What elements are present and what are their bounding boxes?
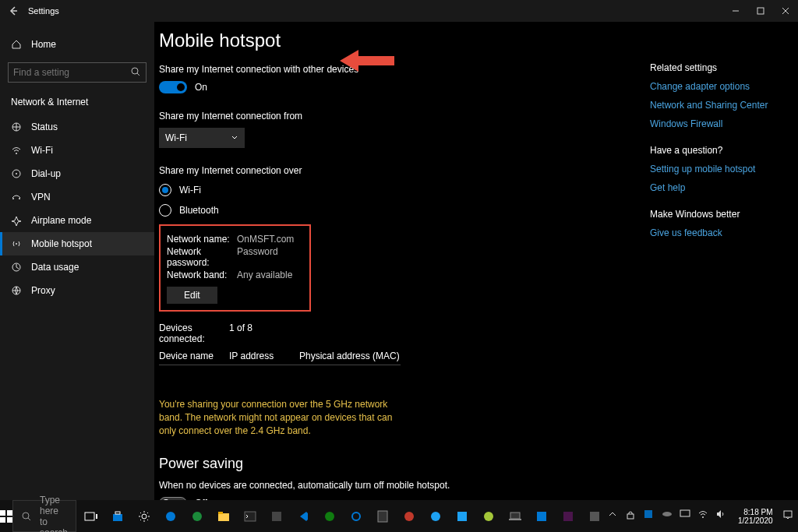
link-setup[interactable]: Setting up mobile hotspot [650,164,775,174]
terminal-icon[interactable] [237,500,263,532]
tray-keyboard-icon[interactable] [680,509,693,523]
sidebar-item-label: Mobile hotspot [31,238,92,249]
slack-icon[interactable] [555,500,581,532]
twitter-icon[interactable] [422,500,449,532]
sidebar-item-dialup[interactable]: Dial-up [0,162,154,185]
vscode-icon[interactable] [290,500,316,532]
notification-icon[interactable] [782,509,796,523]
link-adapter[interactable]: Change adapter options [650,81,775,92]
tray-wifi-icon[interactable] [697,509,711,523]
svg-rect-36 [509,519,521,520]
taskbar-clock[interactable]: 8:18 PM 1/21/2020 [733,508,778,525]
edge-icon[interactable] [157,500,184,532]
search-input-wrap[interactable] [8,62,147,83]
hotspot-icon [11,238,22,249]
net-name-val: OnMSFT.com [237,234,294,245]
taskbar-search[interactable]: Type here to search [12,500,76,532]
svg-point-23 [192,512,202,521]
tweetdeck-icon[interactable] [449,500,475,532]
svg-rect-38 [563,512,573,521]
devices-val: 1 of 8 [229,322,252,344]
maximize-button[interactable] [748,0,773,22]
devices-table-header: Device name IP address Physical address … [159,347,401,365]
sidebar-home[interactable]: Home [0,33,154,56]
net-pass-val: Password [237,246,278,268]
svg-rect-15 [7,517,12,523]
svg-point-34 [484,512,493,521]
svg-rect-45 [784,511,792,517]
svg-point-1 [132,68,138,74]
start-button[interactable] [0,500,12,532]
sidebar-item-proxy[interactable]: Proxy [0,279,154,302]
svg-rect-0 [757,8,764,14]
xbox-icon[interactable] [316,500,343,532]
window-title: Settings [28,6,59,16]
svg-point-7 [19,198,20,199]
power-sub: When no devices are connected, automatic… [159,480,580,491]
from-dropdown[interactable]: Wi-Fi [159,128,245,148]
net-band-val: Any available [237,270,292,280]
settings-icon[interactable] [131,500,157,532]
search-icon [21,511,32,522]
sidebar-item-label: Wi-Fi [31,145,53,156]
radio-icon [159,204,171,217]
svg-point-5 [16,173,17,174]
svg-point-31 [404,512,414,521]
dialup-icon [11,168,22,179]
taskview-icon[interactable] [78,500,104,532]
sidebar-item-airplane[interactable]: Airplane mode [0,209,154,232]
tray-chevron-icon[interactable] [608,509,621,523]
link-sharing[interactable]: Network and Sharing Center [650,100,775,111]
sidebar-item-wifi[interactable]: Wi-Fi [0,139,154,162]
share-toggle-switch[interactable] [159,81,187,93]
related-heading: Related settings [650,62,775,73]
link-feedback[interactable]: Give us feedback [650,227,775,238]
over-wifi-label: Wi-Fi [179,185,201,196]
question-heading: Have a question? [650,145,775,156]
explorer-icon[interactable] [210,500,237,532]
tray-lock-icon[interactable] [626,509,639,523]
close-button[interactable] [773,0,798,22]
app2-icon[interactable] [396,500,422,532]
col-mac: Physical address (MAC) [299,351,400,361]
over-wifi-radio[interactable]: Wi-Fi [159,184,580,196]
band-note: You're sharing your connection over the … [159,398,404,437]
store-icon[interactable] [104,500,131,532]
back-icon[interactable] [8,5,19,16]
sidebar-item-vpn[interactable]: VPN [0,185,154,209]
calc-icon[interactable] [369,500,396,532]
tray-onedrive-icon[interactable] [662,509,675,523]
airplane-icon [11,215,22,226]
minimize-button[interactable] [723,0,748,22]
app1-icon[interactable] [263,500,290,532]
app3-icon[interactable] [528,500,555,532]
sidebar-item-label: VPN [31,192,51,203]
app4-icon[interactable] [581,500,608,532]
sidebar-item-status[interactable]: Status [0,115,154,139]
svg-rect-17 [85,513,94,520]
net-name-key: Network name: [167,234,237,245]
svg-rect-41 [644,510,652,518]
link-help[interactable]: Get help [650,182,775,193]
tray-volume-icon[interactable] [715,509,729,523]
svg-rect-35 [510,513,520,519]
cortana-icon[interactable] [343,500,369,532]
tray-app-icon[interactable] [644,509,657,523]
sidebar-item-label: Dial-up [31,168,61,179]
devices-key: Devices connected: [159,322,229,344]
svg-rect-20 [115,512,120,514]
link-firewall[interactable]: Windows Firewall [650,118,775,129]
col-device-name: Device name [159,351,229,361]
sidebar-item-hotspot[interactable]: Mobile hotspot [0,232,154,255]
share-toggle[interactable]: On [159,81,580,93]
sidebar-section-header: Network & Internet [0,92,154,115]
from-label: Share my Internet connection from [159,111,580,122]
over-bt-radio[interactable]: Bluetooth [159,204,580,217]
laptop-icon[interactable] [502,500,528,532]
search-input[interactable] [13,67,141,78]
edit-button[interactable]: Edit [167,287,217,304]
sidebar-item-data[interactable]: Data usage [0,255,154,279]
svg-rect-13 [7,510,12,516]
edge2-icon[interactable] [184,500,210,532]
android-icon[interactable] [475,500,502,532]
